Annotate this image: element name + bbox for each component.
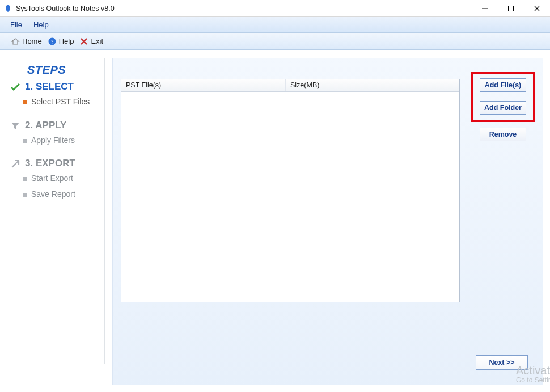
content-panel: PST File(s) Size(MB) Add File(s) Add Fol…	[112, 58, 543, 385]
help-label: Help	[59, 37, 74, 45]
exit-label: Exit	[91, 37, 103, 45]
add-buttons-highlight: Add File(s) Add Folder	[471, 72, 535, 122]
substep-label: Start Export	[31, 174, 73, 184]
steps-sidebar: STEPS 1. SELECT Select PST Files 2. APPL…	[0, 50, 104, 392]
bullet-icon	[23, 139, 27, 143]
bullet-icon	[23, 100, 27, 104]
substep-label: Apply Filters	[31, 136, 75, 146]
menu-help[interactable]: Help	[28, 18, 54, 31]
app-icon	[3, 4, 12, 13]
title-bar: SysTools Outlook to Notes v8.0	[0, 0, 550, 17]
svg-text:?: ?	[50, 39, 53, 45]
remove-button[interactable]: Remove	[480, 128, 526, 141]
grid-header: PST File(s) Size(MB)	[121, 79, 459, 92]
step-select[interactable]: 1. SELECT	[10, 81, 96, 92]
home-icon	[11, 37, 20, 46]
toolbar-separator	[5, 36, 5, 47]
minimize-button[interactable]	[472, 0, 498, 17]
help-icon: ?	[48, 37, 57, 46]
menu-file[interactable]: File	[5, 18, 28, 31]
help-button[interactable]: ? Help	[45, 36, 77, 47]
col-pst-files[interactable]: PST File(s)	[121, 79, 286, 91]
add-files-button[interactable]: Add File(s)	[480, 78, 526, 92]
bullet-icon	[23, 193, 27, 197]
tool-bar: Home ? Help Exit	[0, 33, 550, 50]
menu-bar: File Help	[0, 17, 550, 33]
filter-icon	[10, 121, 20, 131]
col-size-mb[interactable]: Size(MB)	[286, 79, 459, 91]
step-apply-title: 2. APPLY	[25, 120, 66, 131]
window-title: SysTools Outlook to Notes v8.0	[16, 5, 115, 12]
step-select-title: 1. SELECT	[25, 81, 74, 92]
substep-apply-filters[interactable]: Apply Filters	[23, 136, 96, 146]
pst-file-grid[interactable]: PST File(s) Size(MB)	[121, 79, 460, 302]
steps-heading: STEPS	[27, 64, 96, 77]
export-icon	[10, 159, 20, 169]
next-button[interactable]: Next >>	[476, 355, 528, 370]
maximize-button[interactable]	[498, 0, 524, 17]
substep-start-export[interactable]: Start Export	[23, 174, 96, 184]
bullet-icon	[23, 177, 27, 181]
vertical-divider	[104, 58, 105, 364]
svg-rect-1	[509, 6, 514, 11]
home-button[interactable]: Home	[9, 36, 44, 47]
step-apply[interactable]: 2. APPLY	[10, 120, 96, 131]
step-export[interactable]: 3. EXPORT	[10, 158, 96, 169]
substep-label: Save Report	[31, 189, 75, 200]
substep-select-pst[interactable]: Select PST Files	[23, 97, 96, 107]
svg-rect-0	[482, 8, 488, 9]
close-button[interactable]	[524, 0, 550, 17]
add-folder-button[interactable]: Add Folder	[480, 101, 526, 115]
step-export-title: 3. EXPORT	[25, 158, 75, 169]
substep-label: Select PST Files	[31, 97, 90, 107]
check-icon	[10, 82, 20, 92]
substep-save-report[interactable]: Save Report	[23, 189, 96, 200]
home-label: Home	[22, 37, 42, 45]
exit-icon	[79, 37, 88, 46]
exit-button[interactable]: Exit	[77, 36, 105, 47]
